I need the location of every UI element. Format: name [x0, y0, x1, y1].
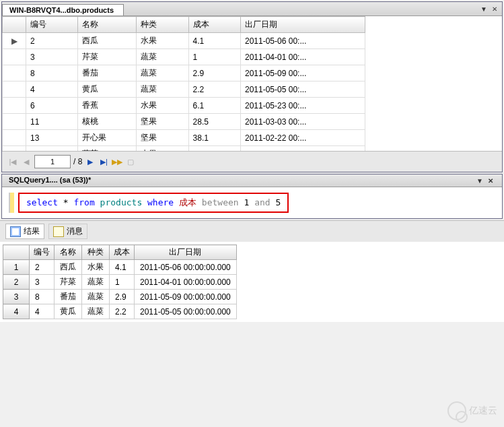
rcol-id[interactable]: 编号: [30, 245, 55, 260]
rcol-name[interactable]: 名称: [55, 245, 82, 260]
result-row[interactable]: 44黄瓜蔬菜2.22011-05-05 00:00:00.000: [3, 304, 237, 319]
stop-icon[interactable]: ▢: [125, 156, 136, 167]
query-panel: SQLQuery1.... (sa (53))* ▼ ✕ select * fr…: [1, 174, 503, 219]
table-row[interactable]: 11核桃坚果28.52011-03-03 00:...: [3, 114, 365, 130]
editor-gutter: [9, 193, 14, 213]
table-row[interactable]: 3芹菜蔬菜12011-04-01 00:...: [3, 49, 365, 65]
rcol-cost[interactable]: 成本: [110, 245, 135, 260]
row-selector-header: [3, 17, 26, 33]
top-tab-bar: WIN-B8RVQT4...dbo.products ▼ ✕: [2, 2, 502, 16]
tab-results-label: 结果: [24, 226, 40, 237]
prev-page-icon[interactable]: ◀: [21, 156, 32, 167]
page-input[interactable]: [34, 155, 71, 168]
col-kind[interactable]: 种类: [137, 17, 188, 33]
col-date[interactable]: 出厂日期: [240, 17, 365, 33]
result-row[interactable]: 23芹菜蔬菜12011-04-01 00:00:00.000: [3, 275, 237, 290]
last-page-icon[interactable]: ▶|: [98, 156, 109, 167]
result-grid[interactable]: 编号 名称 种类 成本 出厂日期 12西瓜水果4.12011-05-06 00:…: [0, 242, 504, 322]
page-total: / 8: [73, 157, 82, 166]
first-page-icon[interactable]: |◀: [7, 156, 18, 167]
table-row[interactable]: ▶2西瓜水果4.12011-05-06 00:...: [3, 33, 365, 49]
dropdown-icon[interactable]: ▼: [475, 176, 484, 185]
close-icon[interactable]: ✕: [486, 176, 495, 185]
row-num-header: [3, 245, 30, 260]
query-tab[interactable]: SQLQuery1.... (sa (53))* ▼ ✕: [2, 174, 502, 187]
close-icon[interactable]: ✕: [490, 4, 499, 13]
rcol-date[interactable]: 出厂日期: [135, 245, 237, 260]
fast-forward-icon[interactable]: ▶▶: [112, 156, 122, 167]
tab-results[interactable]: 结果: [5, 224, 44, 239]
result-tabs: 结果 消息: [0, 220, 504, 242]
message-icon: [53, 226, 64, 237]
grid-icon: [10, 226, 21, 237]
table-row[interactable]: 13开心果坚果38.12011-02-22 00:...: [3, 130, 365, 146]
col-cost[interactable]: 成本: [188, 17, 240, 33]
query-tab-label: SQLQuery1.... (sa (53))*: [9, 176, 91, 185]
result-row[interactable]: 12西瓜水果4.12011-05-06 00:00:00.000: [3, 260, 237, 275]
table-row[interactable]: 15蓝莓水果50.22011-05-11 00:...: [3, 146, 365, 152]
tab-messages[interactable]: 消息: [48, 224, 87, 239]
col-id[interactable]: 编号: [26, 17, 78, 33]
tab-messages-label: 消息: [67, 226, 83, 237]
top-tab[interactable]: WIN-B8RVQT4...dbo.products: [2, 4, 124, 15]
dropdown-icon[interactable]: ▼: [479, 4, 489, 13]
data-grid[interactable]: 编号 名称 种类 成本 出厂日期 ▶2西瓜水果4.12011-05-06 00:…: [2, 16, 502, 151]
sql-highlight-box: select * from products where 成本 between …: [18, 193, 289, 213]
table-row[interactable]: 4黄瓜蔬菜2.22011-05-05 00:...: [3, 81, 365, 98]
next-page-icon[interactable]: ▶: [85, 156, 96, 167]
top-data-panel: WIN-B8RVQT4...dbo.products ▼ ✕ 编号 名称 种类 …: [1, 1, 503, 172]
rcol-kind[interactable]: 种类: [82, 245, 110, 260]
table-row[interactable]: 8番茄蔬菜2.92011-05-09 00:...: [3, 65, 365, 81]
result-row[interactable]: 38番茄蔬菜2.92011-05-09 00:00:00.000: [3, 290, 237, 304]
col-name[interactable]: 名称: [78, 17, 137, 33]
pager: |◀ ◀ / 8 ▶ ▶| ▶▶ ▢: [2, 151, 502, 172]
sql-editor[interactable]: select * from products where 成本 between …: [2, 187, 502, 218]
table-row[interactable]: 6香蕉水果6.12011-05-23 00:...: [3, 98, 365, 114]
